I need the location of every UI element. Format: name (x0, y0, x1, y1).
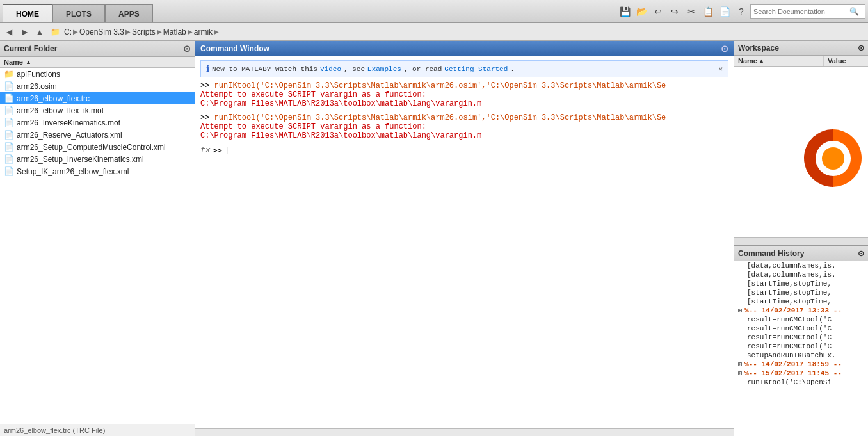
cmd-input-line: fx >> | (200, 145, 728, 155)
getting-started-link[interactable]: Getting Started (444, 65, 508, 73)
ch-sep-expand-icon-1[interactable]: ⊞ (738, 307, 742, 314)
ch-item-1[interactable]: [data,columnNames,is. (734, 261, 868, 270)
info-close-button[interactable]: ✕ (718, 65, 723, 73)
folder-item-label: arm26_elbow_flex.trc (17, 94, 90, 103)
addr-part-armik: armik (194, 28, 213, 36)
folder-status: arm26_elbow_flex.trc (TRC File) (0, 424, 195, 436)
workspace-body (734, 67, 868, 237)
folder-item-arm26osim[interactable]: 📄 arm26.osim (0, 80, 195, 92)
command-history-body[interactable]: [data,columnNames,is. [data,columnNames,… (734, 261, 868, 436)
search-icon: 🔍 (849, 7, 859, 16)
prompt-symbol-1: >> (200, 81, 214, 90)
folder-item-setup-ik-arm26[interactable]: 📄 Setup_IK_arm26_elbow_flex.xml (0, 165, 195, 177)
command-window-title: Command Window (200, 44, 269, 53)
cmd-error-2a: Attempt to execute SCRIPT varargin as a … (200, 122, 728, 131)
video-link[interactable]: Video (320, 65, 341, 73)
addr-part-scripts: Scripts (132, 28, 156, 36)
sort-asc-icon[interactable]: ▲ (26, 59, 31, 65)
folder-item-label: arm26_elbow_flex_ik.mot (17, 106, 104, 115)
cmd-error-2b: C:\Program Files\MATLAB\R2013a\toolbox\m… (200, 131, 728, 140)
folder-item-arm26-setup-ik[interactable]: 📄 arm26_Setup_InverseKinematics.xml (0, 153, 195, 165)
cmd-horizontal-scrollbar[interactable] (195, 428, 734, 436)
nav-forward-button[interactable]: ▶ (18, 26, 31, 38)
current-folder-title: Current Folder (4, 44, 57, 53)
current-folder-collapse-icon[interactable]: ⊙ (183, 44, 191, 54)
ch-item-10[interactable]: setupAndRunIKBatchEx. (734, 351, 868, 360)
copy-icon[interactable]: 📋 (700, 4, 716, 19)
ch-item-7[interactable]: result=runCMCtool('C (734, 324, 868, 333)
cut-icon[interactable]: ✂ (684, 4, 699, 19)
ch-item-5[interactable]: [startTime,stopTime, (734, 297, 868, 306)
cmd-code-2: runIKtool('C:\OpenSim 3.3\Scripts\Matlab… (214, 113, 666, 122)
tab-apps[interactable]: APPS (105, 4, 153, 22)
file-icon: 📄 (4, 81, 14, 91)
workspace-scrollbar[interactable] (734, 237, 868, 245)
ch-item-9[interactable]: result=runCMCtool('C (734, 342, 868, 351)
folder-item-arm26-setup-cmc[interactable]: 📄 arm26_Setup_ComputedMuscleControl.xml (0, 141, 195, 153)
undo-icon[interactable]: ↩ (650, 4, 666, 19)
command-window-collapse-icon[interactable]: ⊙ (721, 44, 728, 54)
help-icon[interactable]: ? (734, 4, 749, 19)
tab-home[interactable]: HOME (3, 4, 52, 22)
ch-item-11[interactable]: runIKtool('C:\OpenSi (734, 378, 868, 387)
workspace-panel: Workspace ⊙ Name ▲ Value (734, 41, 868, 246)
folder-item-label: arm26_Setup_ComputedMuscleControl.xml (17, 143, 166, 152)
nav-back-button[interactable]: ◀ (3, 26, 15, 38)
ch-item-3[interactable]: [startTime,stopTime, (734, 279, 868, 288)
folder-item-arm26-inversekinematics[interactable]: 📄 arm26_InverseKinematics.mot (0, 117, 195, 129)
open-icon[interactable]: 📂 (634, 4, 649, 19)
ch-sep-text-3: %-- 15/02/2017 11:45 -- (744, 369, 842, 377)
ch-item-8[interactable]: result=runCMCtool('C (734, 333, 868, 342)
ws-sort-icon[interactable]: ▲ (759, 58, 764, 64)
folder-item-arm26-reserve-actuators[interactable]: 📄 arm26_Reserve_Actuators.xml (0, 129, 195, 141)
folder-item-label: arm26_Setup_InverseKinematics.xml (17, 155, 144, 164)
folder-col-header: Name ▲ (0, 57, 195, 68)
addr-sep-3: ▶ (157, 28, 162, 35)
workspace-logo-area (734, 67, 868, 237)
tab-plots[interactable]: PLOTS (52, 4, 105, 22)
search-doc-input[interactable] (753, 8, 849, 15)
command-history-collapse-icon[interactable]: ⊙ (858, 249, 864, 258)
addr-sep-5: ▶ (214, 28, 219, 35)
folder-item-arm26-elbow-flex-ik[interactable]: 📄 arm26_elbow_flex_ik.mot (0, 104, 195, 117)
workspace-collapse-icon[interactable]: ⊙ (858, 44, 864, 52)
ch-sep-text-1: %-- 14/02/2017 13:33 -- (744, 307, 842, 314)
command-history-title: Command History (738, 249, 804, 258)
ch-item-2[interactable]: [data,columnNames,is. (734, 270, 868, 279)
command-window-body[interactable]: ℹ New to MATLAB? Watch this Video , see … (195, 56, 734, 428)
ch-item-6[interactable]: result=runCMCtool('C (734, 315, 868, 324)
file-icon: 📄 (4, 93, 14, 103)
info-or-read: , or read (404, 65, 442, 73)
nav-up-button[interactable]: ▲ (33, 26, 46, 38)
info-icon: ℹ (206, 63, 209, 74)
command-history-panel: Command History ⊙ [data,columnNames,is. … (734, 246, 868, 436)
address-path: C: ▶ OpenSim 3.3 ▶ Scripts ▶ Matlab ▶ ar… (64, 28, 219, 36)
addr-part-matlab: Matlab (163, 28, 186, 36)
ws-col-name-header: Name ▲ (734, 56, 823, 66)
file-icon: 📄 (4, 154, 14, 164)
address-bar: ◀ ▶ ▲ 📁 C: ▶ OpenSim 3.3 ▶ Scripts ▶ Mat… (0, 23, 868, 41)
ch-sep-text-2: %-- 14/02/2017 18:59 -- (744, 360, 842, 368)
cmd-block-1: >> runIKtool('C:\OpenSim 3.3\Scripts\Mat… (200, 81, 728, 108)
paste-icon[interactable]: 📄 (717, 4, 732, 19)
main-layout: Current Folder ⊙ Name ▲ 📁 apiFunctions 📄… (0, 41, 868, 436)
save-icon[interactable]: 💾 (617, 4, 632, 19)
folder-item-apifunctions[interactable]: 📁 apiFunctions (0, 68, 195, 80)
cmd-code-1: runIKtool('C:\OpenSim 3.3\Scripts\Matlab… (214, 81, 666, 90)
examples-link[interactable]: Examples (367, 65, 401, 73)
ws-col-value-header: Value (823, 56, 868, 66)
nav-browse-button[interactable]: 📁 (49, 26, 61, 38)
workspace-col-headers: Name ▲ Value (734, 56, 868, 67)
ch-sep-expand-icon-3[interactable]: ⊞ (738, 369, 742, 377)
ch-sep-2: ⊞ %-- 14/02/2017 18:59 -- (734, 360, 868, 369)
folder-item-arm26-elbow-flex-trc[interactable]: 📄 arm26_elbow_flex.trc (0, 92, 195, 104)
right-panel: Workspace ⊙ Name ▲ Value (734, 41, 868, 436)
ch-sep-expand-icon-2[interactable]: ⊞ (738, 360, 742, 368)
folder-item-label: apiFunctions (17, 70, 60, 79)
redo-icon[interactable]: ↪ (667, 4, 682, 19)
folder-col-name: Name (4, 58, 23, 66)
command-history-header: Command History ⊙ (734, 246, 868, 261)
ch-item-4[interactable]: [startTime,stopTime, (734, 288, 868, 297)
ws-col-name-label: Name (738, 57, 757, 65)
command-window-header: Command Window ⊙ (195, 41, 734, 56)
